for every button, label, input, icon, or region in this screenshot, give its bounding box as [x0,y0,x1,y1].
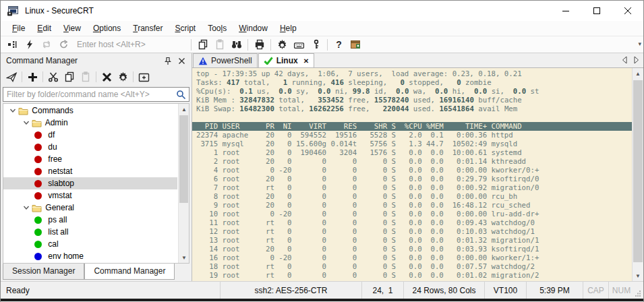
terminal-summary-line: KiB Swap: 16482300 total, 16262256 free,… [196,104,632,113]
send-icon[interactable] [3,69,20,84]
toolbar-divider [327,39,328,51]
reconnect-icon[interactable] [38,37,55,52]
toolbar-divider [96,71,96,82]
tree-item-general[interactable]: General [3,202,177,214]
scroll-up-icon[interactable]: ▲ [179,104,189,115]
tree-item-du[interactable]: du [3,141,177,153]
session-tab-powershell[interactable]: PowerShell [193,53,258,67]
add-command-icon[interactable] [24,69,40,84]
quick-connect-icon[interactable] [21,37,38,52]
tab-scroll-right-icon[interactable] [634,56,639,64]
folder-icon [18,107,30,115]
command-dot [34,253,42,260]
settings-gear-icon[interactable] [115,69,131,84]
process-row: 12 root rt 0 0 0 0 S 0.0 0.0 0:10.03 wat… [196,227,632,236]
new-folder-icon[interactable] [136,69,152,84]
tree-item-commands[interactable]: Commands [3,104,177,117]
tree-item-vmstat[interactable]: vmstat [3,189,177,202]
key-generation-icon[interactable] [308,37,324,52]
maximize-button[interactable] [581,1,612,21]
tree-item-cal[interactable]: cal [3,238,177,250]
tree-item-admin[interactable]: Admin [3,117,177,129]
tree-item-label: slabtop [46,179,74,188]
keymap-icon[interactable] [291,37,308,52]
tree-scrollbar[interactable]: ▲ ▼ [178,104,189,263]
scrollbar-thumb[interactable] [633,80,643,262]
session-manager-icon[interactable] [4,37,21,52]
securecrt-window: Linux - SecureCRT FileEditViewOptionsTra… [0,0,644,302]
tree-item-list-all[interactable]: list all [3,226,177,238]
toolbar-divider [247,39,248,51]
tab-close-icon[interactable]: ✕ [303,57,309,65]
menu-script[interactable]: Script [169,22,202,35]
tree-item-env-home[interactable]: env home [3,250,177,262]
process-row: 4 root 0 -20 0 0 0 S 0.0 0.0 0:00.00 kwo… [196,166,632,175]
chevron-down-icon[interactable] [7,107,18,114]
scroll-up-icon[interactable]: ▲ [633,68,643,79]
terminal[interactable]: top - 17:39:35 up 42 days, 1:06, 7 users… [192,68,643,281]
tree-item-ps-all[interactable]: ps all [3,214,177,226]
scrollbar-thumb[interactable] [179,115,188,203]
menu-tools[interactable]: Tools [202,22,233,35]
panel-header: Command Manager [1,53,192,68]
tree-item-free[interactable]: free [3,153,177,165]
toolbar-overflow-icon[interactable]: ▾ [638,40,641,47]
menu-file[interactable]: File [6,22,31,35]
menu-options[interactable]: Options [87,22,127,35]
find-icon[interactable] [228,37,245,52]
process-table-header: PID USER PR NI VIRT RES SHR S %CPU %MEM … [192,122,632,131]
tree-item-netstat[interactable]: netstat [3,165,177,177]
menu-view[interactable]: View [57,22,87,35]
status-encryption: ssh2: AES-256-CTR [220,282,361,299]
session-options-gear-icon[interactable] [274,37,291,52]
menu-help[interactable]: Help [274,22,303,35]
panel-close-icon[interactable] [175,55,188,67]
status-toggle-cap: CAP [583,282,608,299]
paste-command-icon[interactable] [78,69,94,84]
tree-item-label: General [43,203,74,212]
session-tab-linux[interactable]: Linux✕ [258,53,314,67]
command-dot [34,180,42,187]
tree-item-label: du [46,142,57,152]
host-input[interactable] [77,40,188,49]
command-manager-panel: Command Manager [1,53,192,281]
menu-transfer[interactable]: Transfer [127,22,169,35]
tree-item-label: Commands [30,106,74,115]
menu-window[interactable]: Window [233,22,274,35]
delete-icon[interactable] [98,69,115,84]
pin-icon[interactable] [161,55,175,67]
cut-icon[interactable] [45,69,61,84]
copy-icon[interactable] [194,37,211,52]
minimize-button[interactable] [550,1,581,21]
tree-item-label: ps all [46,215,67,224]
help-icon[interactable]: ? [330,37,347,52]
tree-item-df[interactable]: df [3,129,177,141]
tree-item-label: env home [46,251,84,261]
toolbar-divider [270,39,271,51]
filter-input[interactable] [3,90,173,99]
sidebar-tab-command-manager[interactable]: Command Manager [84,263,175,280]
menu-edit[interactable]: Edit [31,22,57,35]
terminal-scrollbar[interactable]: ▲ ▼ [632,68,643,281]
connect-tab-icon[interactable] [55,37,71,52]
process-row: 18 root rt 0 0 0 0 S 0.0 0.0 0:07.57 wat… [196,262,632,271]
new-window-session-icon[interactable] [347,37,364,52]
tree-item-env-path[interactable]: env path [3,262,177,263]
sidebar-tab-session-manager[interactable]: Session Manager [3,264,84,280]
print-icon[interactable] [251,37,268,52]
process-row: 8 root 20 0 0 0 0 S 0.0 0.0 0:00.00 rcu_… [196,192,632,201]
terminal-output: top - 17:39:35 up 42 days, 1:06, 7 users… [192,68,632,281]
tree-item-slabtop[interactable]: slabtop [3,177,177,189]
close-button[interactable] [612,1,643,21]
search-icon[interactable] [173,90,189,100]
chevron-down-icon[interactable] [21,119,32,126]
titlebar[interactable]: Linux - SecureCRT [1,1,643,21]
scroll-down-icon[interactable]: ▼ [179,252,189,263]
chevron-down-icon[interactable] [21,204,32,211]
resize-grip[interactable] [634,282,643,299]
content-area: Command Manager [1,53,643,281]
copy-command-icon[interactable] [61,69,78,84]
tab-scroll-left-icon[interactable] [622,56,627,64]
scroll-down-icon[interactable]: ▼ [633,270,643,281]
paste-icon[interactable] [211,37,228,52]
